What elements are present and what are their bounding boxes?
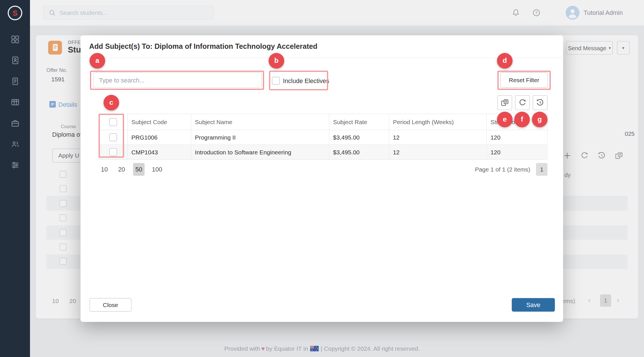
- include-electives-checkbox[interactable]: [272, 77, 279, 84]
- row-select-cell: [99, 145, 128, 159]
- annotation-circle-d: d: [497, 53, 513, 69]
- page-size-option-selected[interactable]: 50: [133, 163, 144, 176]
- reset-filter-button[interactable]: Reset Filter: [500, 72, 548, 88]
- column-chooser-button[interactable]: [497, 95, 512, 110]
- annotation-letter: e: [503, 115, 507, 124]
- annotation-circle-a: a: [90, 53, 105, 69]
- history-button[interactable]: [533, 95, 548, 110]
- row-checkbox[interactable]: [109, 134, 117, 141]
- page-number-button[interactable]: 1: [536, 163, 548, 176]
- subject-code-cell: CMP1043: [128, 145, 191, 159]
- history-icon: [536, 98, 544, 107]
- subject-name-cell: Introduction to Software Engineering: [191, 145, 329, 159]
- annotation-circle-f: f: [514, 112, 530, 127]
- modal-title: Add Subject(s) To: Diploma of Informatio…: [89, 35, 317, 58]
- page-size-option[interactable]: 100: [150, 163, 164, 176]
- subjects-table: Subject Code Subject Name Subject Rate P…: [98, 114, 548, 160]
- period-length-cell: 12: [389, 130, 487, 144]
- column-chooser-icon: [501, 98, 509, 107]
- subject-rate-cell: $3,495.00: [329, 130, 389, 144]
- col-subject-name[interactable]: Subject Name: [191, 114, 329, 130]
- subject-name-cell: Programming II: [191, 130, 329, 144]
- select-all-checkbox[interactable]: [109, 118, 117, 126]
- table-row[interactable]: CMP1043 Introduction to Software Enginee…: [99, 145, 547, 160]
- row-select-cell: [99, 130, 128, 144]
- subject-code-cell: PRG1006: [128, 130, 191, 144]
- grid-toolbar: [497, 95, 548, 110]
- close-button[interactable]: Close: [90, 298, 132, 312]
- col-period-length[interactable]: Period Length (Weeks): [389, 114, 487, 130]
- add-subjects-modal: Add Subject(s) To: Diploma of Informatio…: [80, 35, 563, 322]
- page-info: Page 1 of 1 (2 items): [475, 166, 530, 173]
- annotation-letter: b: [274, 57, 279, 65]
- refresh-icon: [518, 98, 527, 107]
- subject-search-input[interactable]: [93, 72, 262, 88]
- include-electives-label: Include Electives: [283, 77, 329, 84]
- page-size-option[interactable]: 20: [116, 163, 127, 176]
- annotation-circle-b: b: [269, 53, 284, 69]
- study-hours-cell: 120: [487, 130, 547, 144]
- page-size-selector: 10 20 50 100: [98, 163, 164, 176]
- refresh-button[interactable]: [515, 95, 530, 110]
- col-subject-code[interactable]: Subject Code: [128, 114, 191, 130]
- annotation-circle-g: g: [532, 112, 548, 127]
- study-hours-cell: 120: [487, 145, 547, 159]
- annotation-letter: d: [503, 57, 507, 65]
- pager-right: Page 1 of 1 (2 items) 1: [475, 163, 548, 176]
- annotation-letter: c: [109, 98, 113, 107]
- subject-rate-cell: $3,495.00: [329, 145, 389, 159]
- page-size-option[interactable]: 10: [98, 163, 110, 176]
- application-root: S ? Tutorial Admin OFFE Stu: [0, 0, 644, 357]
- annotation-circle-c: c: [104, 95, 119, 110]
- modal-header: Add Subject(s) To: Diploma of Informatio…: [80, 35, 563, 58]
- period-length-cell: 12: [389, 145, 487, 159]
- row-checkbox[interactable]: [109, 148, 117, 156]
- annotation-letter: a: [95, 57, 99, 65]
- table-row[interactable]: PRG1006 Programming II $3,495.00 12 120: [99, 130, 547, 145]
- annotation-letter: f: [521, 115, 523, 124]
- select-all-cell: [99, 114, 128, 130]
- save-button[interactable]: Save: [512, 298, 555, 312]
- table-header-row: Subject Code Subject Name Subject Rate P…: [99, 114, 547, 130]
- annotation-circle-e: e: [497, 112, 513, 127]
- col-subject-rate[interactable]: Subject Rate: [329, 114, 389, 130]
- annotation-letter: g: [538, 115, 542, 124]
